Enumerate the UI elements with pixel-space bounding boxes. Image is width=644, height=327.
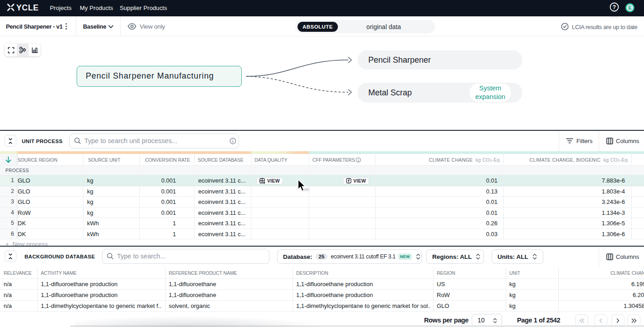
svg-text:YCLE: YCLE [16,3,39,12]
svg-text:?: ? [613,4,616,10]
svg-text:E: E [628,5,632,10]
